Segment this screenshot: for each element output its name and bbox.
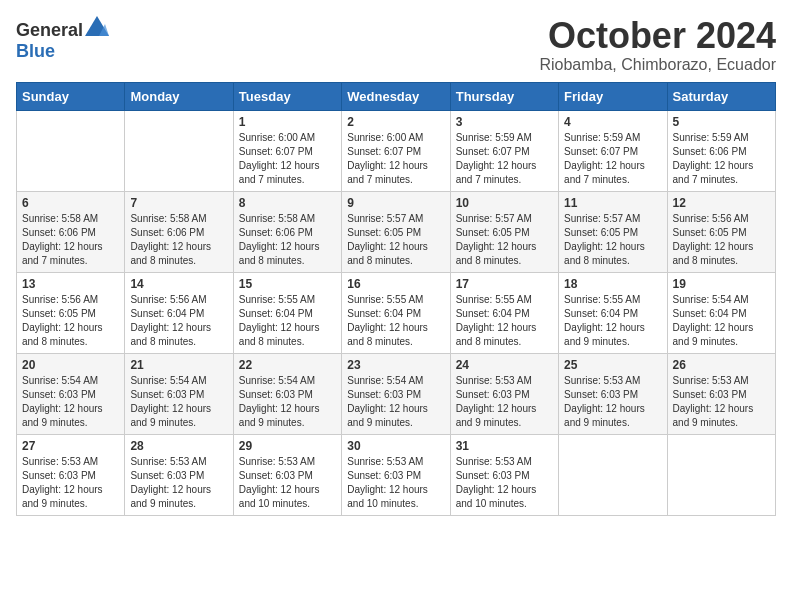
day-info: Sunrise: 5:57 AM Sunset: 6:05 PM Dayligh… [456, 212, 553, 268]
day-info: Sunrise: 5:53 AM Sunset: 6:03 PM Dayligh… [564, 374, 661, 430]
day-info: Sunrise: 5:57 AM Sunset: 6:05 PM Dayligh… [564, 212, 661, 268]
calendar-week-3: 20Sunrise: 5:54 AM Sunset: 6:03 PM Dayli… [17, 353, 776, 434]
day-number: 22 [239, 358, 336, 372]
calendar-cell: 3Sunrise: 5:59 AM Sunset: 6:07 PM Daylig… [450, 110, 558, 191]
calendar-cell: 1Sunrise: 6:00 AM Sunset: 6:07 PM Daylig… [233, 110, 341, 191]
day-number: 31 [456, 439, 553, 453]
logo-general: General [16, 20, 83, 40]
day-info: Sunrise: 5:59 AM Sunset: 6:07 PM Dayligh… [456, 131, 553, 187]
calendar-cell: 26Sunrise: 5:53 AM Sunset: 6:03 PM Dayli… [667, 353, 775, 434]
calendar-cell: 8Sunrise: 5:58 AM Sunset: 6:06 PM Daylig… [233, 191, 341, 272]
day-number: 9 [347, 196, 444, 210]
day-number: 4 [564, 115, 661, 129]
day-info: Sunrise: 5:54 AM Sunset: 6:03 PM Dayligh… [347, 374, 444, 430]
calendar-cell [559, 434, 667, 515]
day-number: 12 [673, 196, 770, 210]
calendar-cell: 9Sunrise: 5:57 AM Sunset: 6:05 PM Daylig… [342, 191, 450, 272]
calendar-cell: 28Sunrise: 5:53 AM Sunset: 6:03 PM Dayli… [125, 434, 233, 515]
calendar-cell: 25Sunrise: 5:53 AM Sunset: 6:03 PM Dayli… [559, 353, 667, 434]
logo-icon [85, 16, 109, 36]
day-info: Sunrise: 5:55 AM Sunset: 6:04 PM Dayligh… [564, 293, 661, 349]
day-number: 7 [130, 196, 227, 210]
calendar-cell: 2Sunrise: 6:00 AM Sunset: 6:07 PM Daylig… [342, 110, 450, 191]
day-info: Sunrise: 5:59 AM Sunset: 6:06 PM Dayligh… [673, 131, 770, 187]
day-number: 20 [22, 358, 119, 372]
day-info: Sunrise: 5:54 AM Sunset: 6:03 PM Dayligh… [239, 374, 336, 430]
day-number: 15 [239, 277, 336, 291]
day-info: Sunrise: 6:00 AM Sunset: 6:07 PM Dayligh… [347, 131, 444, 187]
month-title: October 2024 [539, 16, 776, 56]
calendar-cell: 13Sunrise: 5:56 AM Sunset: 6:05 PM Dayli… [17, 272, 125, 353]
calendar-cell: 11Sunrise: 5:57 AM Sunset: 6:05 PM Dayli… [559, 191, 667, 272]
calendar-cell: 31Sunrise: 5:53 AM Sunset: 6:03 PM Dayli… [450, 434, 558, 515]
day-info: Sunrise: 5:53 AM Sunset: 6:03 PM Dayligh… [456, 455, 553, 511]
calendar-cell [125, 110, 233, 191]
calendar-cell: 20Sunrise: 5:54 AM Sunset: 6:03 PM Dayli… [17, 353, 125, 434]
header-monday: Monday [125, 82, 233, 110]
calendar-cell: 29Sunrise: 5:53 AM Sunset: 6:03 PM Dayli… [233, 434, 341, 515]
day-info: Sunrise: 5:58 AM Sunset: 6:06 PM Dayligh… [130, 212, 227, 268]
day-number: 25 [564, 358, 661, 372]
day-number: 24 [456, 358, 553, 372]
day-info: Sunrise: 5:54 AM Sunset: 6:03 PM Dayligh… [22, 374, 119, 430]
day-number: 30 [347, 439, 444, 453]
day-number: 23 [347, 358, 444, 372]
day-number: 3 [456, 115, 553, 129]
day-number: 10 [456, 196, 553, 210]
day-info: Sunrise: 5:53 AM Sunset: 6:03 PM Dayligh… [673, 374, 770, 430]
calendar-cell [17, 110, 125, 191]
day-number: 19 [673, 277, 770, 291]
day-number: 1 [239, 115, 336, 129]
day-info: Sunrise: 5:55 AM Sunset: 6:04 PM Dayligh… [347, 293, 444, 349]
day-number: 28 [130, 439, 227, 453]
calendar-cell [667, 434, 775, 515]
day-info: Sunrise: 5:55 AM Sunset: 6:04 PM Dayligh… [239, 293, 336, 349]
calendar-cell: 16Sunrise: 5:55 AM Sunset: 6:04 PM Dayli… [342, 272, 450, 353]
calendar-cell: 10Sunrise: 5:57 AM Sunset: 6:05 PM Dayli… [450, 191, 558, 272]
day-number: 29 [239, 439, 336, 453]
day-number: 8 [239, 196, 336, 210]
day-info: Sunrise: 5:53 AM Sunset: 6:03 PM Dayligh… [347, 455, 444, 511]
day-info: Sunrise: 5:56 AM Sunset: 6:04 PM Dayligh… [130, 293, 227, 349]
header-tuesday: Tuesday [233, 82, 341, 110]
page-header: General Blue October 2024 Riobamba, Chim… [16, 16, 776, 74]
header-thursday: Thursday [450, 82, 558, 110]
day-number: 6 [22, 196, 119, 210]
day-number: 11 [564, 196, 661, 210]
calendar-cell: 22Sunrise: 5:54 AM Sunset: 6:03 PM Dayli… [233, 353, 341, 434]
logo: General Blue [16, 16, 109, 62]
calendar-cell: 15Sunrise: 5:55 AM Sunset: 6:04 PM Dayli… [233, 272, 341, 353]
day-number: 14 [130, 277, 227, 291]
calendar-cell: 30Sunrise: 5:53 AM Sunset: 6:03 PM Dayli… [342, 434, 450, 515]
day-number: 27 [22, 439, 119, 453]
day-info: Sunrise: 5:53 AM Sunset: 6:03 PM Dayligh… [130, 455, 227, 511]
calendar-cell: 27Sunrise: 5:53 AM Sunset: 6:03 PM Dayli… [17, 434, 125, 515]
calendar-week-4: 27Sunrise: 5:53 AM Sunset: 6:03 PM Dayli… [17, 434, 776, 515]
day-number: 18 [564, 277, 661, 291]
day-info: Sunrise: 5:54 AM Sunset: 6:03 PM Dayligh… [130, 374, 227, 430]
calendar-cell: 18Sunrise: 5:55 AM Sunset: 6:04 PM Dayli… [559, 272, 667, 353]
calendar-week-2: 13Sunrise: 5:56 AM Sunset: 6:05 PM Dayli… [17, 272, 776, 353]
calendar-cell: 4Sunrise: 5:59 AM Sunset: 6:07 PM Daylig… [559, 110, 667, 191]
logo-blue: Blue [16, 41, 55, 61]
calendar-cell: 7Sunrise: 5:58 AM Sunset: 6:06 PM Daylig… [125, 191, 233, 272]
day-info: Sunrise: 5:56 AM Sunset: 6:05 PM Dayligh… [673, 212, 770, 268]
day-info: Sunrise: 5:56 AM Sunset: 6:05 PM Dayligh… [22, 293, 119, 349]
day-info: Sunrise: 5:53 AM Sunset: 6:03 PM Dayligh… [22, 455, 119, 511]
calendar-cell: 12Sunrise: 5:56 AM Sunset: 6:05 PM Dayli… [667, 191, 775, 272]
header-wednesday: Wednesday [342, 82, 450, 110]
day-number: 16 [347, 277, 444, 291]
header-sunday: Sunday [17, 82, 125, 110]
day-info: Sunrise: 5:59 AM Sunset: 6:07 PM Dayligh… [564, 131, 661, 187]
calendar-cell: 23Sunrise: 5:54 AM Sunset: 6:03 PM Dayli… [342, 353, 450, 434]
day-number: 13 [22, 277, 119, 291]
day-info: Sunrise: 5:54 AM Sunset: 6:04 PM Dayligh… [673, 293, 770, 349]
day-info: Sunrise: 6:00 AM Sunset: 6:07 PM Dayligh… [239, 131, 336, 187]
calendar-cell: 24Sunrise: 5:53 AM Sunset: 6:03 PM Dayli… [450, 353, 558, 434]
day-number: 26 [673, 358, 770, 372]
day-info: Sunrise: 5:58 AM Sunset: 6:06 PM Dayligh… [22, 212, 119, 268]
day-number: 17 [456, 277, 553, 291]
calendar-cell: 5Sunrise: 5:59 AM Sunset: 6:06 PM Daylig… [667, 110, 775, 191]
calendar-table: Sunday Monday Tuesday Wednesday Thursday… [16, 82, 776, 516]
title-section: October 2024 Riobamba, Chimborazo, Ecuad… [539, 16, 776, 74]
